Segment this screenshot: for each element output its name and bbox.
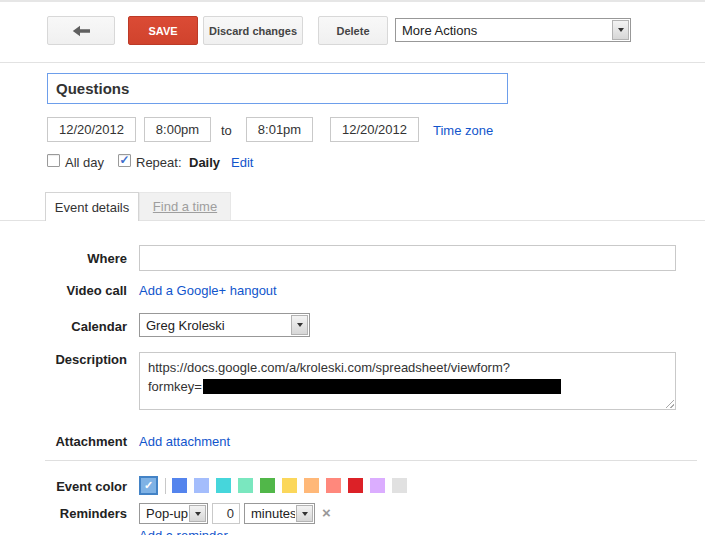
all-day-checkbox[interactable] bbox=[47, 154, 60, 167]
redacted-text-bar bbox=[203, 379, 561, 394]
add-reminder-link[interactable]: Add a reminder bbox=[139, 528, 228, 535]
repeat-edit-link[interactable]: Edit bbox=[231, 155, 253, 170]
tab-find-a-time[interactable]: Find a time bbox=[139, 192, 231, 220]
video-call-label: Video call bbox=[0, 283, 127, 298]
reminder-method-select[interactable]: Pop-up bbox=[139, 503, 208, 524]
delete-button-label: Delete bbox=[336, 25, 369, 37]
delete-button[interactable]: Delete bbox=[318, 16, 388, 45]
calendar-label: Calendar bbox=[0, 319, 127, 334]
tab-event-details-label: Event details bbox=[55, 200, 129, 215]
chevron-down-icon bbox=[618, 28, 624, 32]
header-divider bbox=[0, 62, 705, 63]
reminder-method-value: Pop-up bbox=[140, 504, 188, 523]
color-palette bbox=[172, 478, 414, 493]
color-swatch[interactable] bbox=[282, 478, 297, 493]
back-arrow-icon bbox=[72, 25, 90, 37]
description-line1: https://docs.google.com/a/kroleski.com/s… bbox=[148, 360, 510, 375]
calendar-selected-value: Greg Kroleski bbox=[140, 314, 290, 336]
where-input[interactable] bbox=[139, 245, 676, 271]
remove-reminder-icon[interactable]: × bbox=[322, 505, 331, 520]
add-hangout-link[interactable]: Add a Google+ hangout bbox=[139, 283, 277, 298]
repeat-label: Repeat: bbox=[136, 155, 182, 170]
textarea-resize-handle[interactable] bbox=[664, 398, 674, 408]
attachment-label: Attachment bbox=[0, 434, 127, 449]
more-actions-value: More Actions bbox=[396, 19, 611, 41]
reminders-label: Reminders bbox=[0, 506, 127, 521]
event-color-label: Event color bbox=[0, 479, 127, 494]
start-date-input[interactable] bbox=[47, 117, 136, 142]
add-attachment-link[interactable]: Add attachment bbox=[139, 434, 230, 449]
color-swatch[interactable] bbox=[304, 478, 319, 493]
chevron-down-icon bbox=[297, 323, 303, 327]
description-textarea[interactable]: https://docs.google.com/a/kroleski.com/s… bbox=[139, 352, 676, 410]
chevron-down-icon bbox=[195, 512, 201, 516]
color-swatch[interactable] bbox=[172, 478, 187, 493]
color-swatch[interactable] bbox=[326, 478, 341, 493]
section-divider bbox=[45, 460, 697, 461]
all-day-label: All day bbox=[65, 155, 104, 170]
tab-find-a-time-label: Find a time bbox=[153, 199, 217, 214]
where-label: Where bbox=[0, 251, 127, 266]
dropdown-arrow-button[interactable] bbox=[291, 315, 308, 335]
repeat-checkbox[interactable]: ✓ bbox=[118, 154, 131, 167]
reminder-unit-value: minutes bbox=[245, 504, 295, 523]
dropdown-arrow-button[interactable] bbox=[296, 505, 313, 522]
more-actions-select[interactable]: More Actions bbox=[395, 18, 631, 42]
event-edit-page: SAVE Discard changes Delete More Actions… bbox=[0, 0, 705, 535]
to-label: to bbox=[221, 123, 232, 138]
reminder-minutes-input[interactable] bbox=[212, 503, 240, 524]
selected-color-swatch[interactable]: ✓ bbox=[139, 476, 158, 495]
discard-changes-button[interactable]: Discard changes bbox=[203, 16, 303, 45]
end-date-input[interactable] bbox=[330, 117, 419, 142]
discard-button-label: Discard changes bbox=[209, 25, 297, 37]
color-swatch[interactable] bbox=[392, 478, 407, 493]
color-swatch[interactable] bbox=[348, 478, 363, 493]
tab-event-details[interactable]: Event details bbox=[45, 192, 139, 221]
dropdown-arrow-button[interactable] bbox=[189, 505, 206, 522]
reminder-unit-select[interactable]: minutes bbox=[244, 503, 315, 524]
event-title-input[interactable] bbox=[47, 73, 508, 104]
start-time-input[interactable] bbox=[144, 117, 211, 142]
swatch-divider bbox=[165, 478, 166, 494]
timezone-link[interactable]: Time zone bbox=[433, 123, 493, 138]
color-swatch[interactable] bbox=[216, 478, 231, 493]
check-icon: ✓ bbox=[144, 480, 153, 491]
description-line2-prefix: formkey= bbox=[148, 379, 202, 394]
save-button[interactable]: SAVE bbox=[128, 16, 198, 45]
description-label: Description bbox=[0, 352, 127, 367]
save-button-label: SAVE bbox=[148, 25, 177, 37]
calendar-select[interactable]: Greg Kroleski bbox=[139, 313, 310, 337]
color-swatch[interactable] bbox=[370, 478, 385, 493]
dropdown-arrow-button[interactable] bbox=[612, 20, 629, 40]
chevron-down-icon bbox=[302, 512, 308, 516]
top-chrome-strip bbox=[0, 0, 705, 2]
color-swatch[interactable] bbox=[238, 478, 253, 493]
back-button[interactable] bbox=[47, 16, 115, 45]
color-swatch[interactable] bbox=[194, 478, 209, 493]
check-icon: ✓ bbox=[119, 154, 129, 166]
repeat-value: Daily bbox=[189, 155, 220, 170]
end-time-input[interactable] bbox=[246, 117, 313, 142]
color-swatch[interactable] bbox=[260, 478, 275, 493]
